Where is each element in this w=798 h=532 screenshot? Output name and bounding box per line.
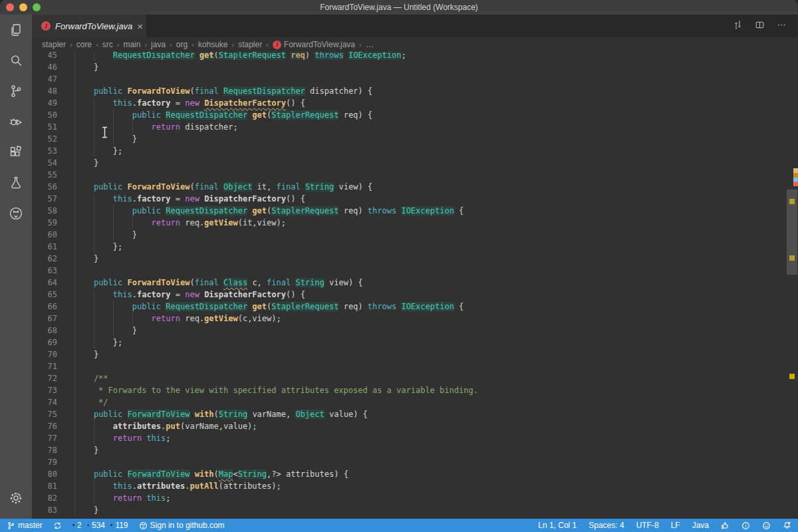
code-line[interactable]: 54 } [32, 157, 798, 169]
line-number[interactable]: 79 [32, 456, 66, 468]
problems-indicator[interactable]: 2 534 119 [72, 521, 128, 530]
code-line[interactable]: 76 attributes.put(varName,value); [32, 420, 798, 432]
line-number[interactable]: 61 [32, 241, 66, 253]
code-line[interactable]: 75 public ForwardToView with(String varN… [32, 408, 798, 420]
tab-forwardtoview[interactable]: J ForwardToView.java × [32, 15, 146, 37]
split-editor-icon[interactable] [754, 19, 765, 33]
line-number[interactable]: 76 [32, 420, 66, 432]
code-editor[interactable]: 45 RequestDispatcher get(StaplerRequest … [32, 52, 798, 519]
close-window-button[interactable] [6, 3, 14, 11]
line-number[interactable]: 69 [32, 336, 66, 348]
code-line[interactable]: 81 this.attributes.putAll(attributes); [32, 480, 798, 492]
line-number[interactable]: 70 [32, 348, 66, 360]
breadcrumb-item[interactable]: main [123, 40, 140, 49]
line-number[interactable]: 47 [32, 73, 66, 85]
language-mode[interactable]: Java [692, 521, 709, 530]
line-number[interactable]: 63 [32, 265, 66, 277]
search-icon[interactable] [0, 45, 32, 76]
settings-gear-icon[interactable] [0, 483, 32, 513]
indentation-setting[interactable]: Spaces: 4 [589, 521, 624, 530]
line-number[interactable]: 78 [32, 444, 66, 456]
code-line[interactable]: 62 } [32, 253, 798, 265]
line-number[interactable]: 53 [32, 145, 66, 157]
code-line[interactable]: 49 this.factory = new DispatcherFactory(… [32, 97, 798, 109]
line-number[interactable]: 59 [32, 217, 66, 229]
breadcrumb-item-symbol[interactable]: … [366, 40, 374, 49]
code-line[interactable]: 72 /** [32, 372, 798, 384]
code-line[interactable]: 57 this.factory = new DispatcherFactory(… [32, 193, 798, 205]
breadcrumb-item[interactable]: stapler [238, 40, 262, 49]
code-line[interactable]: 68 } [32, 325, 798, 336]
code-line[interactable]: 69 }; [32, 336, 798, 348]
code-line[interactable]: 45 RequestDispatcher get(StaplerRequest … [32, 52, 798, 61]
line-number[interactable]: 55 [32, 169, 66, 181]
github-icon[interactable] [0, 198, 32, 229]
scrollbar-thumb[interactable] [787, 190, 797, 275]
line-number[interactable]: 83 [32, 504, 66, 516]
line-number[interactable]: 74 [32, 396, 66, 408]
code-line[interactable]: 83 } [32, 504, 798, 516]
line-number[interactable]: 68 [32, 325, 66, 336]
line-number[interactable]: 48 [32, 85, 66, 97]
line-number[interactable]: 82 [32, 492, 66, 504]
code-line[interactable]: 60 } [32, 229, 798, 241]
github-signin-button[interactable]: Sign in to github.com [139, 521, 225, 530]
breadcrumb-item[interactable]: org [176, 40, 188, 49]
code-line[interactable]: 73 * Forwards to the view with specified… [32, 384, 798, 396]
line-number[interactable]: 57 [32, 193, 66, 205]
line-number[interactable]: 58 [32, 205, 66, 217]
line-number[interactable]: 77 [32, 432, 66, 444]
minimize-window-button[interactable] [19, 3, 27, 11]
compare-changes-icon[interactable] [732, 19, 743, 33]
info-icon[interactable] [741, 521, 750, 530]
code-line[interactable]: 52 } [32, 133, 798, 145]
sync-changes-button[interactable] [53, 521, 62, 530]
line-number[interactable]: 65 [32, 289, 66, 301]
code-line[interactable]: 79 [32, 456, 798, 468]
code-line[interactable]: 46 } [32, 61, 798, 73]
bell-icon[interactable] [783, 521, 791, 530]
breadcrumb-item[interactable]: java [151, 40, 166, 49]
code-line[interactable]: 61 }; [32, 241, 798, 253]
line-number[interactable]: 64 [32, 277, 66, 289]
line-number[interactable]: 66 [32, 301, 66, 313]
cursor-position[interactable]: Ln 1, Col 1 [538, 521, 577, 530]
breadcrumb-item[interactable]: stapler [42, 40, 66, 49]
code-line[interactable]: 53 }; [32, 145, 798, 157]
line-number[interactable]: 73 [32, 384, 66, 396]
code-line[interactable]: 58 public RequestDispatcher get(StaplerR… [32, 205, 798, 217]
explorer-icon[interactable] [0, 15, 32, 45]
code-line[interactable]: 51 return dispatcher; [32, 121, 798, 133]
code-line[interactable]: 55 [32, 169, 798, 181]
line-number[interactable]: 50 [32, 109, 66, 121]
code-line[interactable]: 71 [32, 360, 798, 372]
line-number[interactable]: 81 [32, 480, 66, 492]
line-number[interactable]: 54 [32, 157, 66, 169]
feedback-icon[interactable] [762, 521, 771, 530]
code-line[interactable]: 48 public ForwardToView(final RequestDis… [32, 85, 798, 97]
line-number[interactable]: 80 [32, 468, 66, 480]
code-line[interactable]: 80 public ForwardToView with(Map<String,… [32, 468, 798, 480]
code-line[interactable]: 50 public RequestDispatcher get(StaplerR… [32, 109, 798, 121]
line-number[interactable]: 51 [32, 121, 66, 133]
code-line[interactable]: 66 public RequestDispatcher get(StaplerR… [32, 301, 798, 313]
line-number[interactable]: 52 [32, 133, 66, 145]
code-line[interactable]: 77 return this; [32, 432, 798, 444]
zoom-window-button[interactable] [33, 3, 41, 11]
line-number[interactable]: 67 [32, 313, 66, 325]
code-line[interactable]: 56 public ForwardToView(final Object it,… [32, 181, 798, 193]
code-line[interactable]: 82 return this; [32, 492, 798, 504]
code-line[interactable]: 47 [32, 73, 798, 85]
line-number[interactable]: 56 [32, 181, 66, 193]
line-number[interactable]: 62 [32, 253, 66, 265]
more-actions-icon[interactable] [776, 19, 787, 33]
breadcrumb-item[interactable]: core [76, 40, 92, 49]
run-debug-icon[interactable] [0, 106, 32, 137]
line-number[interactable]: 71 [32, 360, 66, 372]
testing-icon[interactable] [0, 168, 32, 198]
line-number[interactable]: 49 [32, 97, 66, 109]
close-tab-icon[interactable]: × [137, 21, 143, 31]
line-number[interactable]: 72 [32, 372, 66, 384]
encoding-setting[interactable]: UTF-8 [636, 521, 659, 530]
breadcrumb-item-file[interactable]: JForwardToView.java [273, 40, 355, 49]
